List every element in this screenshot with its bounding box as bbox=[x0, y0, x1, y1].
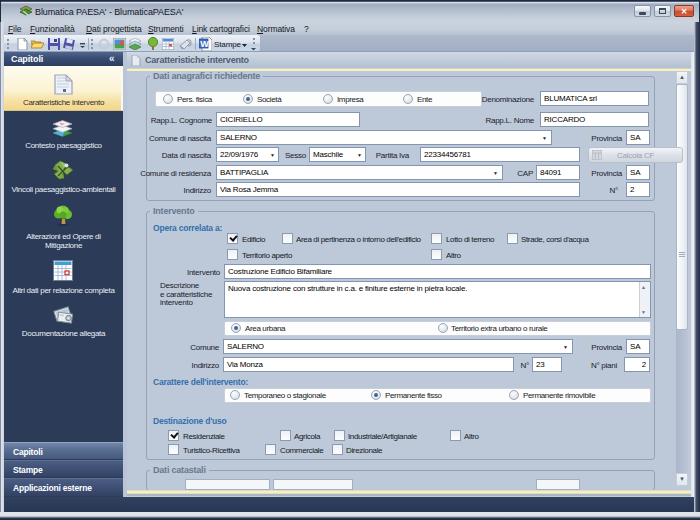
svg-text:W: W bbox=[200, 39, 209, 49]
